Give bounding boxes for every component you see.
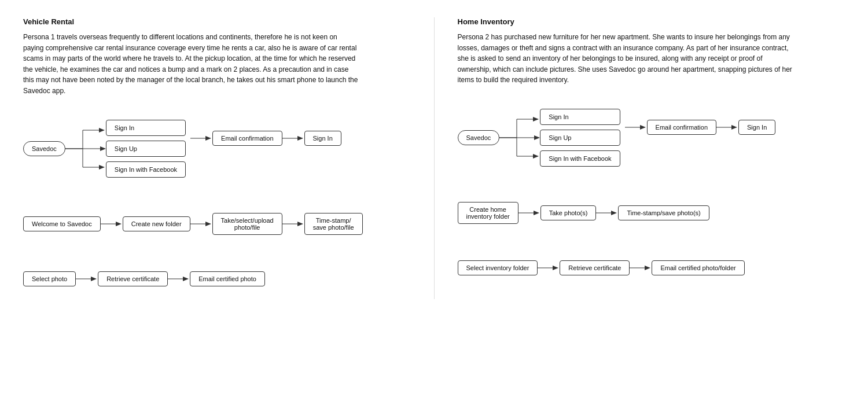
left-description: Persona 1 travels overseas frequently to… xyxy=(23,32,359,97)
svg-marker-43 xyxy=(645,266,650,270)
svg-marker-16 xyxy=(205,222,211,226)
svg-marker-12 xyxy=(297,136,303,141)
right-flow3: Select inventory folder Retrieve certifi… xyxy=(458,253,845,282)
svg-marker-5 xyxy=(100,146,106,151)
svg-marker-37 xyxy=(534,211,539,215)
left-signin-node: Sign In xyxy=(106,120,186,136)
right-facebook-node: Sign In with Facebook xyxy=(540,150,620,167)
right-timestamp-node: Time-stamp/save photo(s) xyxy=(618,205,709,220)
svg-marker-18 xyxy=(297,222,303,226)
right-column: Home Inventory Persona 2 has purchased n… xyxy=(458,17,845,299)
right-take-photos-node: Take photo(s) xyxy=(540,205,597,220)
right-select-folder-node: Select inventory folder xyxy=(458,260,538,275)
left-email-cert-node: Email certified photo xyxy=(190,271,265,286)
right-signin-final-node: Sign In xyxy=(738,120,775,135)
left-signup-node: Sign Up xyxy=(106,141,186,157)
left-title: Vehicle Rental xyxy=(23,17,411,26)
right-email-conf-node: Email confirmation xyxy=(647,120,716,135)
right-flow1: Savedoc Sign In xyxy=(458,103,845,172)
svg-marker-10 xyxy=(205,136,211,141)
svg-marker-20 xyxy=(91,277,97,281)
svg-marker-22 xyxy=(183,277,189,281)
left-column: Vehicle Rental Persona 1 travels oversea… xyxy=(23,17,411,299)
left-flow2: Welcome to Savedoc Create new folder Tak… xyxy=(23,207,411,241)
svg-marker-14 xyxy=(116,222,122,226)
svg-marker-33 xyxy=(640,125,646,130)
right-retrieve-cert-node: Retrieve certificate xyxy=(560,260,630,275)
right-title: Home Inventory xyxy=(458,17,845,26)
svg-marker-8 xyxy=(99,165,105,170)
svg-marker-41 xyxy=(553,266,558,270)
svg-marker-39 xyxy=(611,211,617,215)
svg-marker-31 xyxy=(533,154,539,159)
column-divider xyxy=(434,17,435,299)
svg-marker-3 xyxy=(99,128,105,132)
right-signup-node: Sign Up xyxy=(540,130,620,146)
right-email-cert-folder-node: Email certified photo/folder xyxy=(652,260,744,275)
right-signin-node: Sign In xyxy=(540,109,620,125)
left-email-conf-node: Email confirmation xyxy=(212,131,282,146)
left-select-photo-node: Select photo xyxy=(23,271,76,286)
left-flow3: Select photo Retrieve certificate Email … xyxy=(23,264,411,293)
svg-marker-28 xyxy=(534,135,540,140)
left-savedoc-node: Savedoc xyxy=(23,141,65,156)
svg-marker-26 xyxy=(533,117,539,122)
left-welcome-node: Welcome to Savedoc xyxy=(23,216,101,231)
right-flow2: Create homeinventory folder Take photo(s… xyxy=(458,196,845,230)
left-create-folder-node: Create new folder xyxy=(123,216,190,231)
left-timestamp-node: Time-stamp/save photo/file xyxy=(304,213,363,235)
left-signin-final-node: Sign In xyxy=(304,131,341,146)
svg-marker-35 xyxy=(731,125,737,130)
right-description: Persona 2 has purchased new furniture fo… xyxy=(458,32,793,86)
right-create-home-node: Create homeinventory folder xyxy=(458,202,518,224)
left-take-select-node: Take/select/uploadphoto/file xyxy=(212,213,282,235)
right-savedoc-node: Savedoc xyxy=(458,130,500,145)
left-facebook-node: Sign In with Facebook xyxy=(106,161,186,178)
left-flow1: Savedoc xyxy=(23,114,411,183)
left-retrieve-cert-node: Retrieve certificate xyxy=(98,271,168,286)
